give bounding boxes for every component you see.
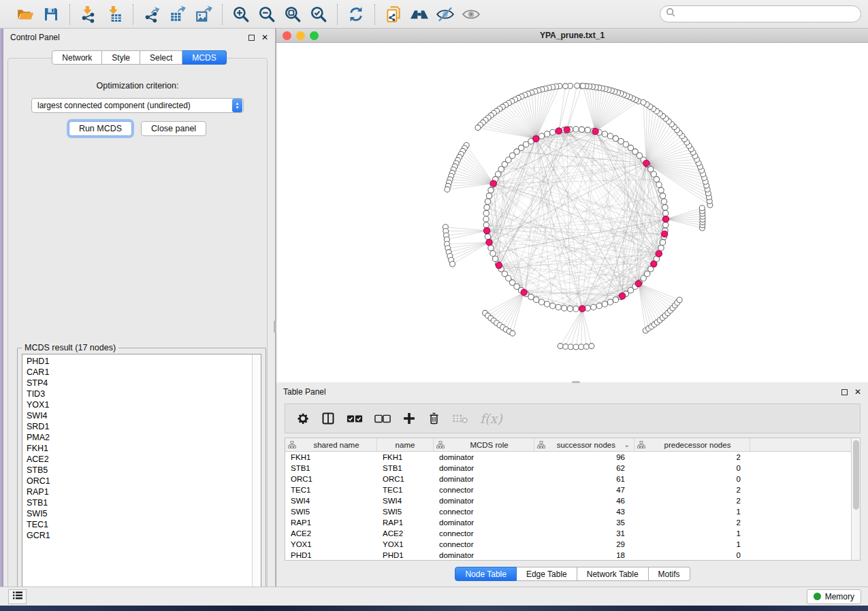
column-selector-button[interactable]: [321, 410, 335, 427]
mcds-result-item[interactable]: SWI5: [27, 508, 252, 519]
cell-shared-name[interactable]: YOX1: [285, 539, 377, 550]
maximize-window-icon[interactable]: [310, 31, 319, 40]
tab-motifs[interactable]: Motifs: [649, 567, 690, 581]
mcds-result-list[interactable]: PHD1CAR1STP4TID3YOX1SWI4SRD1PMA2FKH1ACE2…: [22, 354, 261, 596]
import-network-button[interactable]: [78, 4, 99, 24]
clone-network-button[interactable]: [383, 4, 404, 24]
table-row[interactable]: TEC1TEC1connector472: [285, 484, 851, 495]
cell-name[interactable]: SWI4: [377, 495, 434, 506]
close-panel-icon[interactable]: ✕: [261, 33, 268, 42]
mcds-result-item[interactable]: ORC1: [27, 476, 252, 486]
cell-shared-name[interactable]: FKH1: [285, 452, 377, 463]
memory-button[interactable]: Memory: [807, 589, 861, 604]
cell-predecessor-nodes[interactable]: 0: [634, 550, 750, 560]
column-header-predecessor-nodes[interactable]: predecessor nodes: [634, 438, 750, 451]
table-row[interactable]: STB1STB1dominator620: [285, 463, 851, 474]
cell-successor-nodes[interactable]: 18: [534, 550, 634, 560]
close-window-icon[interactable]: [283, 31, 291, 40]
export-network-button[interactable]: [142, 4, 162, 24]
float-window-icon[interactable]: [841, 389, 848, 395]
export-table-button[interactable]: [167, 4, 188, 24]
table-row[interactable]: ORC1ORC1dominator610: [285, 474, 851, 484]
column-header-name[interactable]: name: [377, 438, 434, 451]
select-all-rows-button[interactable]: [347, 410, 363, 427]
table-scrollbar[interactable]: [851, 438, 860, 560]
zoom-out-button[interactable]: [257, 4, 277, 24]
mcds-result-item[interactable]: SRD1: [27, 421, 252, 432]
column-header-successor-nodes[interactable]: successor nodes⌄: [534, 438, 634, 451]
table-settings-button[interactable]: [296, 410, 310, 427]
open-file-button[interactable]: [15, 4, 35, 24]
tab-network-table[interactable]: Network Table: [577, 567, 649, 581]
cell-predecessor-nodes[interactable]: 2: [634, 495, 750, 506]
cell-MCDS-role[interactable]: dominator: [434, 452, 534, 463]
cell-name[interactable]: ORC1: [377, 474, 434, 484]
cell-name[interactable]: RAP1: [377, 517, 434, 528]
cell-successor-nodes[interactable]: 29: [534, 539, 634, 550]
cell-name[interactable]: PHD1: [377, 550, 434, 560]
cell-shared-name[interactable]: ORC1: [285, 474, 377, 484]
tab-mcds[interactable]: MCDS: [182, 50, 226, 65]
cell-name[interactable]: TEC1: [377, 484, 434, 495]
cell-shared-name[interactable]: SWI5: [285, 506, 377, 517]
cell-shared-name[interactable]: SWI4: [285, 495, 377, 506]
cell-MCDS-role[interactable]: dominator: [434, 517, 534, 528]
table-row[interactable]: PHD1PHD1dominator180: [285, 550, 851, 560]
cell-MCDS-role[interactable]: dominator: [434, 474, 534, 484]
save-session-button[interactable]: [41, 4, 61, 24]
mcds-result-item[interactable]: SWI4: [27, 410, 252, 421]
zoom-in-button[interactable]: [231, 4, 251, 24]
mcds-result-item[interactable]: STP4: [27, 378, 252, 389]
tab-node-table[interactable]: Node Table: [455, 567, 517, 581]
cell-predecessor-nodes[interactable]: 0: [634, 474, 750, 484]
vertical-splitter-handle[interactable]: [274, 320, 276, 333]
mcds-result-item[interactable]: PMA2: [27, 432, 252, 443]
mcds-result-item[interactable]: TEC1: [27, 519, 252, 530]
minimize-window-icon[interactable]: [296, 31, 305, 40]
cell-MCDS-role[interactable]: connector: [434, 506, 534, 517]
chevron-down-icon[interactable]: ⌄: [624, 441, 630, 448]
cell-shared-name[interactable]: PHD1: [285, 550, 377, 560]
cell-name[interactable]: YOX1: [377, 539, 434, 550]
column-header-MCDS-role[interactable]: MCDS role: [434, 438, 534, 451]
cell-successor-nodes[interactable]: 46: [534, 495, 634, 506]
cell-successor-nodes[interactable]: 31: [534, 528, 634, 539]
cell-name[interactable]: ACE2: [377, 528, 434, 539]
cell-name[interactable]: STB1: [377, 463, 434, 474]
mcds-result-item[interactable]: STB1: [27, 497, 252, 508]
cell-successor-nodes[interactable]: 35: [534, 517, 634, 528]
table-row[interactable]: SWI5SWI5connector431: [285, 506, 851, 517]
network-canvas[interactable]: [276, 43, 868, 382]
mcds-result-item[interactable]: FKH1: [27, 443, 252, 454]
criterion-dropdown[interactable]: largest connected component (undirected)…: [31, 98, 244, 113]
clear-table-button[interactable]: [452, 410, 468, 427]
tab-style[interactable]: Style: [102, 50, 140, 65]
cell-MCDS-role[interactable]: dominator: [434, 550, 534, 560]
cell-successor-nodes[interactable]: 62: [534, 463, 634, 474]
column-header-shared-name[interactable]: shared name: [285, 438, 377, 451]
show-graphics-details-button[interactable]: [461, 4, 481, 24]
table-scrollbar-thumb[interactable]: [853, 440, 859, 510]
mcds-result-item[interactable]: ACE2: [27, 454, 252, 465]
table-row[interactable]: FKH1FKH1dominator962: [285, 452, 851, 463]
zoom-selected-button[interactable]: [308, 4, 329, 24]
run-mcds-button[interactable]: Run MCDS: [69, 121, 132, 136]
mcds-result-item[interactable]: YOX1: [27, 399, 252, 410]
cell-MCDS-role[interactable]: connector: [434, 484, 534, 495]
tab-select[interactable]: Select: [140, 50, 182, 65]
cell-predecessor-nodes[interactable]: 2: [634, 484, 750, 495]
cell-predecessor-nodes[interactable]: 1: [634, 528, 750, 539]
close-panel-icon[interactable]: ✕: [854, 388, 861, 396]
cell-shared-name[interactable]: ACE2: [285, 528, 377, 539]
search-input[interactable]: [676, 7, 861, 21]
cell-shared-name[interactable]: STB1: [285, 463, 377, 474]
cell-MCDS-role[interactable]: connector: [434, 528, 534, 539]
mcds-result-item[interactable]: GCR1: [27, 530, 252, 541]
add-column-button[interactable]: [402, 410, 416, 427]
first-neighbors-button[interactable]: [409, 4, 430, 24]
tab-network[interactable]: Network: [52, 50, 102, 65]
mcds-result-item[interactable]: CAR1: [27, 367, 252, 378]
deselect-all-rows-button[interactable]: [374, 410, 391, 427]
cell-name[interactable]: SWI5: [377, 506, 434, 517]
import-table-button[interactable]: [104, 4, 125, 24]
